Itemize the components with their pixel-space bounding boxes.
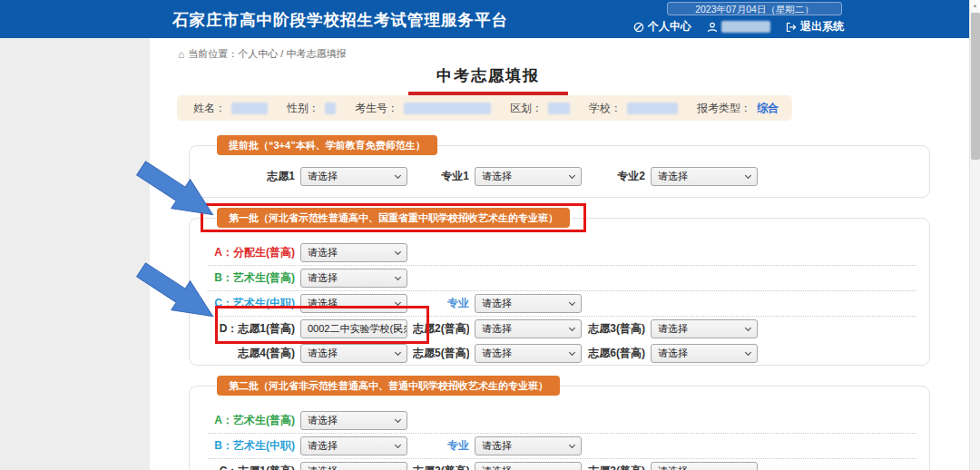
chevron-down-icon — [569, 172, 575, 179]
selected-value: 请选择 — [482, 323, 512, 334]
date-display: 2023年07月04日（星期二） — [667, 2, 842, 15]
selected-value: 请选择 — [308, 298, 338, 308]
selected-value: 请选择 — [308, 348, 338, 358]
scrollbar-thumb[interactable] — [971, 13, 980, 160]
chevron-down-icon — [395, 299, 401, 306]
section-badge: 第二批（河北省非示范性普通高中、普通中职学校招收艺术生的专业班） — [217, 376, 560, 396]
section-badge: 第一批（河北省示范性普通高中、国重省重中职学校招收艺术生的专业班） — [217, 208, 570, 228]
selected-value: 请选择 — [482, 440, 512, 451]
apply-type-value: 综合 — [757, 101, 779, 116]
field-label: 志愿1 — [208, 169, 295, 184]
field-label: C：艺术生(中职) — [208, 296, 295, 311]
dropdown-select[interactable]: 请选择 — [651, 344, 758, 363]
field-label: C：志愿1(普高) — [208, 464, 295, 470]
form-row: C：艺术生(中职)请选择专业请选择 — [190, 291, 929, 316]
dropdown-select[interactable]: 请选择 — [475, 436, 582, 455]
selected-value: 请选择 — [308, 247, 338, 258]
redacted-value — [548, 103, 570, 114]
dropdown-select[interactable]: 请选择 — [300, 411, 407, 430]
field-label: 志愿2(普高) — [413, 321, 469, 337]
logout-label: 退出系统 — [800, 19, 844, 34]
field-label: A：分配生(普高) — [208, 245, 295, 260]
chevron-down-icon — [395, 416, 401, 423]
dropdown-select[interactable]: 请选择 — [300, 167, 407, 186]
user-account[interactable] — [707, 21, 770, 33]
info-field-exam-number: 考生号： — [355, 101, 491, 116]
field-label: 志愿6(普高) — [587, 346, 645, 361]
selected-value: 请选择 — [658, 171, 688, 181]
dropdown-select[interactable]: 请选择 — [475, 319, 582, 338]
chevron-down-icon — [569, 349, 575, 356]
field-label: A：艺术生(普高) — [208, 413, 295, 428]
breadcrumb: ⌂ 当前位置：个人中心 / 中考志愿填报 — [178, 47, 346, 61]
breadcrumb-text: 当前位置：个人中心 / 中考志愿填报 — [188, 47, 346, 61]
header-nav: 个人中心 退出系统 — [633, 19, 844, 34]
scroll-up-icon[interactable]: ▲ — [970, 0, 980, 12]
field-label: 性别： — [287, 101, 319, 116]
personal-center-link[interactable]: 个人中心 — [633, 19, 691, 34]
chevron-down-icon — [395, 349, 401, 356]
selected-value: 请选择 — [482, 298, 512, 308]
field-label: B：艺术生(普高) — [208, 270, 295, 286]
selected-value: 请选择 — [658, 323, 688, 334]
info-field-name: 姓名： — [193, 101, 268, 116]
chevron-down-icon — [395, 249, 401, 255]
section-badge-wrap: 第二批（河北省非示范性普通高中、普通中职学校招收艺术生的专业班） — [217, 376, 560, 396]
chevron-down-icon — [569, 299, 575, 306]
person-icon — [707, 22, 718, 33]
dropdown-select[interactable]: 请选择 — [651, 319, 758, 338]
dropdown-select[interactable]: 请选择 — [475, 344, 582, 363]
field-label: 报考类型： — [697, 101, 751, 116]
home-icon: ⌂ — [178, 48, 184, 61]
field-label: 姓名： — [193, 101, 226, 116]
dropdown-select[interactable]: 请选择 — [300, 462, 407, 470]
dropdown-select[interactable]: 请选择 — [651, 462, 758, 470]
chevron-down-icon — [395, 442, 401, 448]
exam-application-page: 石家庄市高中阶段学校招生考试管理服务平台 2023年07月04日（星期二） 个人… — [0, 0, 980, 470]
field-label: B：艺术生(中职) — [208, 438, 295, 454]
section-second-batch: 第二批（河北省非示范性普通高中、普通中职学校招收艺术生的专业班） A：艺术生(普… — [189, 386, 930, 470]
redacted-value — [325, 103, 336, 114]
personal-center-label: 个人中心 — [648, 19, 691, 34]
compass-icon — [633, 22, 644, 33]
redacted-value — [627, 103, 678, 114]
chevron-down-icon — [395, 172, 401, 179]
form-row: 志愿1请选择专业1请选择专业2请选择 — [190, 164, 929, 189]
field-label: 专业2 — [587, 169, 645, 184]
logout-link[interactable]: 退出系统 — [786, 19, 844, 34]
field-label: 专业 — [413, 296, 469, 311]
chevron-down-icon — [745, 172, 751, 179]
dropdown-select[interactable]: 请选择 — [475, 167, 582, 186]
chevron-down-icon — [745, 349, 751, 356]
page-title: 中考志愿填报 — [408, 65, 568, 86]
field-label: 志愿3(普高) — [587, 464, 645, 470]
dropdown-select[interactable]: 请选择 — [651, 167, 758, 186]
dropdown-select[interactable]: 0002二中实验学校(民办收费 — [300, 319, 407, 338]
info-field-school: 学校： — [589, 101, 678, 116]
selected-value: 0002二中实验学校(民办收费 — [308, 323, 407, 334]
chevron-down-icon — [745, 325, 751, 331]
form-row: A：艺术生(普高)请选择 — [190, 408, 929, 433]
section-badge: 提前批（“3+4”本科、学前教育免费师范生） — [217, 135, 437, 155]
selected-value: 请选择 — [658, 348, 688, 358]
redacted-username — [721, 21, 770, 33]
dropdown-select[interactable]: 请选择 — [300, 436, 407, 455]
selected-value: 请选择 — [308, 272, 338, 283]
field-label: 志愿2(普高) — [413, 464, 469, 470]
vertical-scrollbar[interactable]: ▲ — [969, 0, 980, 470]
dropdown-select[interactable]: 请选择 — [300, 269, 407, 288]
field-label: 专业 — [413, 438, 469, 454]
selected-value: 请选择 — [308, 465, 338, 470]
dropdown-select[interactable]: 请选择 — [475, 294, 582, 313]
section-badge-wrap: 提前批（“3+4”本科、学前教育免费师范生） — [217, 135, 437, 155]
dropdown-select[interactable]: 请选择 — [300, 294, 407, 313]
field-label: 志愿5(普高) — [413, 346, 469, 361]
selected-value: 请选择 — [308, 415, 338, 426]
redacted-value — [404, 103, 491, 114]
dropdown-select[interactable]: 请选择 — [300, 243, 407, 262]
form-row: D：志愿1(普高)0002二中实验学校(民办收费志愿2(普高)请选择志愿3(普高… — [190, 317, 929, 341]
dropdown-select[interactable]: 请选择 — [475, 462, 582, 470]
form-row: C：志愿1(普高)请选择志愿2(普高)请选择志愿3(普高)请选择 — [190, 459, 929, 470]
field-label: 志愿3(普高) — [587, 321, 645, 337]
dropdown-select[interactable]: 请选择 — [300, 344, 407, 363]
